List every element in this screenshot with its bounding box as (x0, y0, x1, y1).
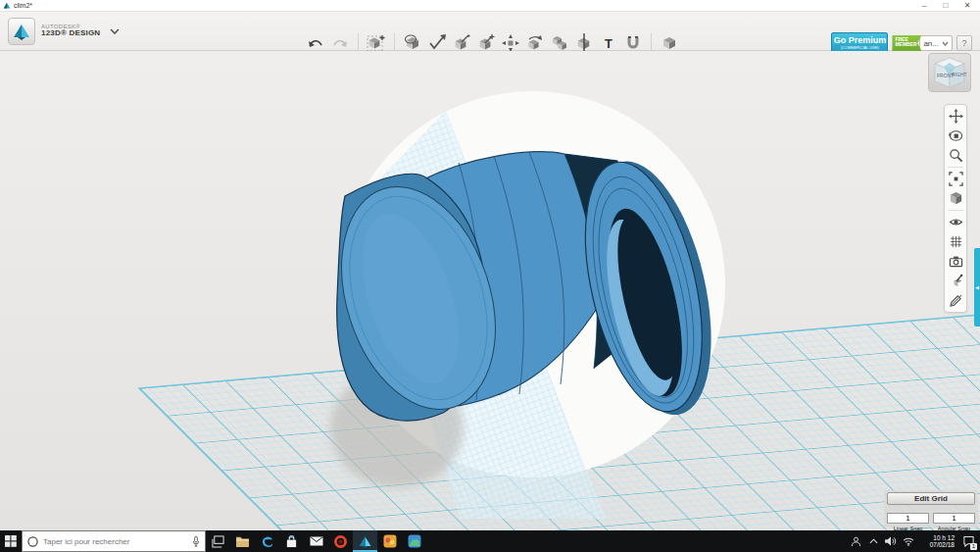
document-title: clim2* (14, 2, 32, 9)
material-icon[interactable] (947, 273, 964, 289)
text-tool-glyph: T (605, 36, 612, 51)
user-name: an... (923, 39, 939, 48)
viewcube-right-label: RIGHT (952, 72, 967, 77)
navigation-toolbar (944, 104, 967, 313)
edit-grid-button[interactable]: Edit Grid (887, 492, 975, 505)
notification-badge: 1 (970, 543, 977, 550)
store-icon[interactable] (279, 530, 304, 552)
pan-icon[interactable] (947, 108, 964, 125)
windows-taskbar: 10 h 12 07/02/18 1 (0, 530, 980, 552)
chevron-down-icon (942, 41, 949, 46)
close-button[interactable]: ✕ (956, 0, 978, 12)
toolbar-separator (651, 33, 652, 53)
shaded-view-icon[interactable] (947, 190, 964, 207)
visibility-eye-icon[interactable] (947, 214, 964, 230)
nav-separator (948, 167, 963, 168)
task-view-icon[interactable] (206, 530, 230, 552)
grid-toggle-icon[interactable] (947, 233, 964, 250)
go-premium-label: Go Premium (832, 36, 887, 45)
scene-3d[interactable] (0, 51, 980, 530)
zoom-icon[interactable] (947, 147, 964, 164)
wifi-icon[interactable] (900, 530, 917, 552)
app-icon-2[interactable] (402, 530, 426, 552)
library-drawer-tab[interactable]: ◀ (974, 248, 980, 326)
mic-icon[interactable] (192, 536, 200, 547)
123d-design-icon[interactable] (353, 530, 377, 552)
minimize-button[interactable]: – (913, 0, 935, 12)
brand-product: 123D® DESIGN (41, 29, 100, 37)
clock-time: 10 h 12 (933, 534, 955, 541)
tray-clock[interactable]: 10 h 12 07/02/18 (917, 530, 956, 552)
go-premium-sublabel: (COMMERCIAL USE) (832, 46, 887, 50)
angular-snap-input[interactable] (933, 513, 975, 524)
app-icon (3, 2, 11, 10)
opera-icon[interactable] (328, 530, 353, 552)
viewport[interactable]: FRONT RIGHT (0, 51, 980, 530)
taskbar-search[interactable] (22, 530, 206, 552)
chevron-up-icon[interactable] (864, 530, 882, 552)
search-icon (27, 536, 38, 547)
people-icon[interactable] (847, 530, 864, 552)
grid-settings-panel: Edit Grid Linear Snap Angular Snap (884, 490, 978, 527)
123d-logo (8, 18, 35, 45)
explorer-icon[interactable] (230, 530, 255, 552)
toolbar-separator (394, 33, 395, 53)
window-titlebar[interactable]: clim2* – □ ✕ (0, 0, 980, 12)
app-window: clim2* – □ ✕ AUTODESK® 123D® DESIGN (0, 0, 980, 552)
user-menu[interactable]: an... (919, 35, 953, 51)
chevron-down-icon[interactable] (110, 28, 120, 34)
screenshot-camera-icon[interactable] (947, 253, 964, 270)
restore-button[interactable]: □ (935, 0, 956, 12)
mail-icon[interactable] (304, 530, 328, 552)
app-menu[interactable]: AUTODESK® 123D® DESIGN (0, 18, 147, 45)
free-member-badge: FREE MEMBER (892, 35, 921, 51)
app-icon-1[interactable] (377, 530, 402, 552)
brand-text: AUTODESK® 123D® DESIGN (41, 24, 100, 38)
hide-sketch-icon[interactable] (947, 292, 964, 309)
edge-icon[interactable] (255, 530, 279, 552)
start-button[interactable] (0, 530, 22, 552)
system-tray: 10 h 12 07/02/18 1 (847, 530, 980, 552)
linear-snap-input[interactable] (887, 513, 929, 524)
app-toolbar: AUTODESK® 123D® DESIGN (0, 12, 980, 51)
help-button[interactable]: ? (956, 35, 972, 51)
action-center-icon[interactable]: 1 (956, 530, 980, 552)
view-cube[interactable]: FRONT RIGHT (928, 53, 971, 92)
volume-icon[interactable] (882, 530, 900, 552)
fit-icon[interactable] (947, 171, 964, 187)
orbit-icon[interactable] (947, 127, 964, 144)
toolbar-separator (358, 33, 359, 53)
nav-separator (948, 210, 963, 211)
search-input[interactable] (43, 537, 187, 546)
clock-date: 07/02/18 (930, 541, 955, 548)
